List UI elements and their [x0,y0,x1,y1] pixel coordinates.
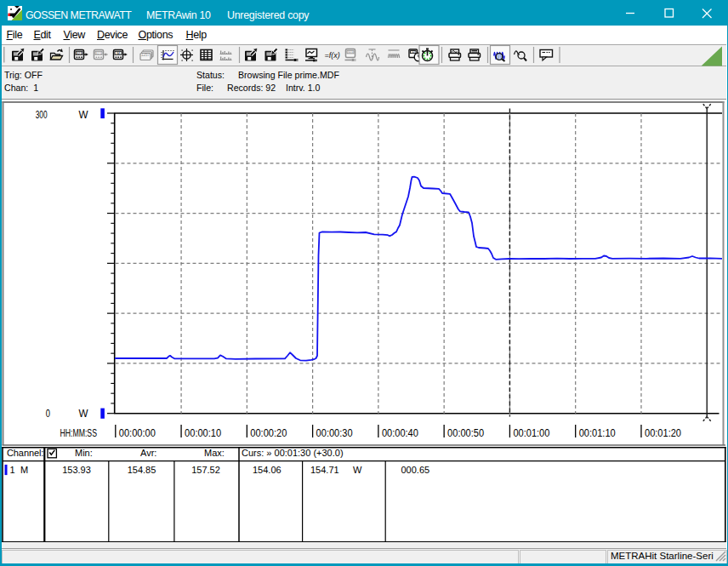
svg-text:00:00:40: 00:00:40 [382,427,418,439]
svg-text:1257: 1257 [141,53,151,57]
svg-text:00:01:00: 00:01:00 [513,427,549,439]
svg-text:0: 0 [46,407,50,420]
svg-text:W: W [79,108,88,121]
svg-text:321: 321 [95,51,102,55]
svg-text:00:01:10: 00:01:10 [579,427,616,439]
svg-text:12: 12 [412,50,415,54]
svg-text:00:00:00: 00:00:00 [119,427,156,439]
svg-text:00:00:50: 00:00:50 [447,427,484,439]
svg-text:W: W [79,407,88,420]
svg-text:300: 300 [36,108,48,121]
svg-text:=f(x): =f(x) [325,51,340,60]
svg-text:00:00:10: 00:00:10 [185,427,221,439]
svg-text:321: 321 [76,51,82,55]
svg-text:00:01:20: 00:01:20 [645,427,681,439]
svg-text:00:00:20: 00:00:20 [250,427,287,439]
svg-text:M: M [117,51,120,55]
svg-text:00:00:30: 00:00:30 [316,427,353,439]
svg-text:321: 321 [348,49,354,54]
svg-text:HH:MM:SS: HH:MM:SS [60,427,97,439]
